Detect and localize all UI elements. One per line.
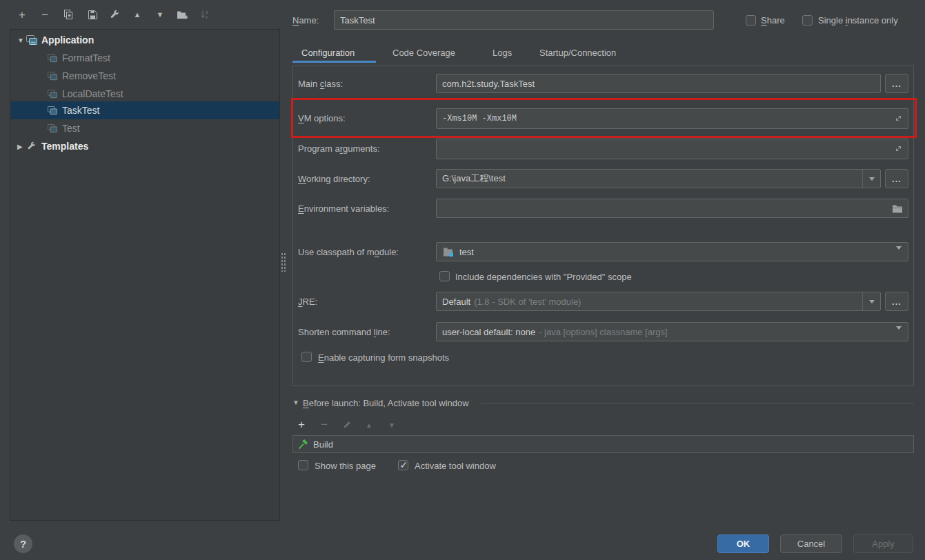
tree-item-removetest[interactable]: RemoveTest <box>11 67 279 85</box>
show-this-page-checkbox[interactable] <box>298 460 308 470</box>
tree-item-localdatetest[interactable]: LocalDateTest <box>11 85 279 103</box>
environment-variables-field[interactable] <box>436 199 908 218</box>
main-class-field[interactable]: com.h2t.study.TaskTest <box>436 74 881 93</box>
dropdown-arrow-icon[interactable] <box>862 292 880 310</box>
tree-group-templates[interactable]: ▶ Templates <box>11 137 279 155</box>
remove-configuration-button[interactable]: − <box>37 8 52 21</box>
program-arguments-field[interactable] <box>436 139 908 159</box>
module-icon <box>442 246 455 257</box>
include-provided-checkbox-label[interactable]: Include dependencies with "Provided" sco… <box>455 272 632 282</box>
before-launch-task-build[interactable]: Build <box>292 435 914 453</box>
jre-combobox[interactable]: Default (1.8 - SDK of 'test' module) <box>436 292 881 311</box>
help-button[interactable]: ? <box>14 534 32 553</box>
tree-group-application[interactable]: ▼ Application <box>11 31 279 49</box>
tree-item-label: RemoveTest <box>62 70 116 81</box>
configurations-tree: ▼ Application FormatTest RemoveTest <box>10 29 280 521</box>
before-launch-collapse-icon[interactable]: ▼ <box>292 399 299 406</box>
environment-variables-label: Environment variables: <box>298 203 389 214</box>
use-classpath-combobox[interactable]: test <box>436 242 908 261</box>
single-instance-checkbox[interactable] <box>802 15 813 26</box>
dropdown-arrow-icon[interactable] <box>862 170 880 188</box>
sort-configurations-button: a z <box>197 8 212 21</box>
name-input[interactable] <box>334 10 714 30</box>
main-class-browse-button[interactable]: ... <box>885 74 908 93</box>
share-checkbox[interactable] <box>746 15 756 26</box>
show-this-page-checkbox-label[interactable]: Show this page <box>315 461 376 471</box>
plus-icon: + <box>298 418 305 432</box>
triangle-down-icon: ▼ <box>388 421 395 429</box>
activate-tool-window-checkbox-label[interactable]: Activate tool window <box>415 461 496 471</box>
activate-tool-window-checkbox[interactable] <box>398 460 408 470</box>
jre-value: Default <box>442 297 470 307</box>
copy-icon <box>63 9 74 20</box>
move-down-button[interactable]: ▼ <box>152 8 168 21</box>
edit-defaults-button[interactable] <box>107 8 122 21</box>
enable-snapshots-checkbox-label[interactable]: Enable capturing form snapshots <box>318 352 449 363</box>
shorten-command-line-hint: - java [options] classname [args] <box>539 327 667 337</box>
vm-options-label: VM options: <box>298 113 346 123</box>
vm-options-value: -Xms10M -Xmx10M <box>442 114 517 123</box>
panel-splitter-handle[interactable] <box>281 252 287 272</box>
browse-folder-icon[interactable] <box>892 204 903 215</box>
name-label: Name: <box>292 15 319 26</box>
tree-item-tasktest-selected[interactable]: TaskTest <box>11 101 279 119</box>
tab-startup-connection[interactable]: Startup/Connection <box>539 48 616 58</box>
before-launch-move-down-button: ▼ <box>384 418 399 432</box>
svg-text:a: a <box>206 10 208 14</box>
shorten-command-line-value: user-local default: none <box>442 327 535 337</box>
main-class-label: Main class: <box>298 79 343 89</box>
wrench-icon <box>110 10 120 20</box>
tab-configuration[interactable]: Configuration <box>301 48 355 58</box>
tree-item-formattest[interactable]: FormatTest <box>11 49 279 67</box>
dropdown-arrow-icon[interactable] <box>896 250 902 260</box>
expand-arrow-icon[interactable]: ▶ <box>17 143 26 150</box>
enable-snapshots-checkbox[interactable] <box>301 352 312 362</box>
include-provided-checkbox[interactable] <box>439 271 450 281</box>
apply-button-disabled: Apply <box>853 534 913 553</box>
jre-hint: (1.8 - SDK of 'test' module) <box>474 297 581 307</box>
save-configuration-button[interactable] <box>85 8 100 21</box>
working-directory-value: G:\java工程\test <box>442 172 506 185</box>
shorten-command-line-label: Shorten command line: <box>298 327 390 337</box>
before-launch-add-button[interactable]: + <box>294 418 309 432</box>
tree-item-test[interactable]: Test <box>11 119 279 137</box>
vm-options-field[interactable]: -Xms10M -Xmx10M <box>436 108 908 129</box>
add-configuration-button[interactable]: + <box>14 8 30 21</box>
tab-code-coverage[interactable]: Code Coverage <box>392 48 455 58</box>
share-checkbox-label[interactable]: Share <box>761 15 785 26</box>
ellipsis-icon: ... <box>892 79 902 89</box>
application-icon <box>46 105 59 116</box>
jre-label: JRE: <box>298 297 317 307</box>
working-directory-combobox[interactable]: G:\java工程\test <box>436 169 881 188</box>
cancel-button[interactable]: Cancel <box>780 534 842 553</box>
folder-add-icon <box>177 10 188 20</box>
expand-field-icon[interactable] <box>894 114 903 125</box>
svg-text:z: z <box>206 14 208 19</box>
run-debug-configurations-dialog: + − ▲ ▼ a z ▼ <box>0 0 925 560</box>
triangle-down-icon: ▼ <box>157 11 164 19</box>
hammer-icon <box>297 439 310 450</box>
tree-item-label: FormatTest <box>62 52 110 63</box>
create-folder-button[interactable] <box>175 8 190 21</box>
shorten-command-line-combobox[interactable]: user-local default: none - java [options… <box>436 322 908 341</box>
expand-field-icon[interactable] <box>894 144 903 155</box>
application-icon <box>46 88 59 99</box>
collapse-arrow-icon[interactable]: ▼ <box>17 37 26 44</box>
ok-button[interactable]: OK <box>717 534 769 553</box>
minus-icon: − <box>41 9 48 21</box>
dropdown-arrow-icon[interactable] <box>896 330 902 340</box>
main-class-value: com.h2t.study.TaskTest <box>442 79 535 89</box>
before-launch-edit-button <box>339 418 355 432</box>
copy-configuration-button[interactable] <box>61 8 76 21</box>
sort-az-icon: a z <box>199 9 210 20</box>
single-instance-checkbox-label[interactable]: Single instance only <box>818 15 898 26</box>
tree-group-label: Templates <box>41 141 88 152</box>
task-label: Build <box>313 439 333 450</box>
working-directory-label: Working directory: <box>298 174 370 184</box>
working-directory-browse-button[interactable]: ... <box>885 169 908 188</box>
move-up-button[interactable]: ▲ <box>130 8 145 21</box>
pencil-icon <box>342 420 352 430</box>
tab-logs[interactable]: Logs <box>493 48 512 58</box>
save-icon <box>88 10 98 20</box>
jre-browse-button[interactable]: ... <box>885 292 908 311</box>
